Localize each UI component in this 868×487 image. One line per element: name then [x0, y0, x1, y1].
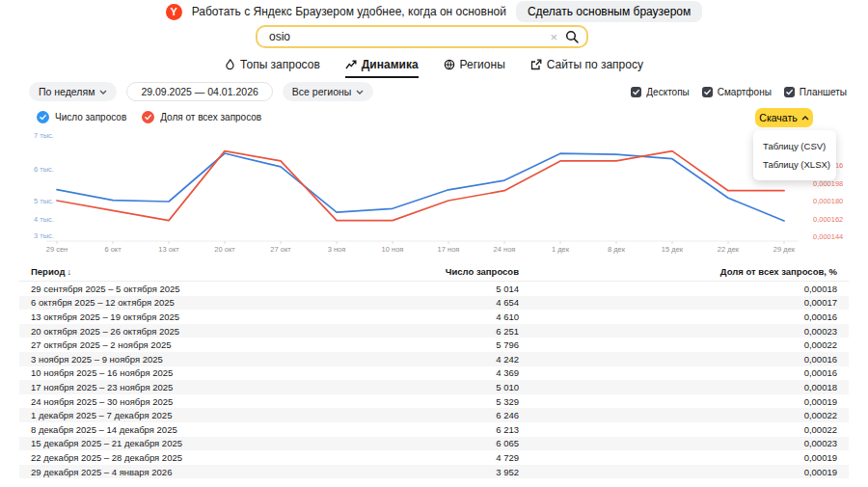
period-cell: 1 декабря 2025 – 7 декабря 2025: [31, 410, 345, 420]
period-cell: 8 декабря 2025 – 14 декабря 2025: [31, 424, 345, 435]
table-row: 22 декабря 2025 – 28 декабря 20254 7290,…: [19, 450, 849, 465]
queries-cell: 4 369: [345, 367, 519, 378]
svg-text:3 ноя: 3 ноя: [328, 245, 346, 254]
external-icon: [530, 59, 542, 70]
download-menu: Таблицу (CSV)Таблицу (XLSX): [753, 130, 836, 180]
device-label: Смартфоны: [718, 87, 772, 97]
svg-text:24 ноя: 24 ноя: [494, 245, 516, 254]
svg-text:13 окт: 13 окт: [158, 245, 179, 254]
legend-queries-toggle[interactable]: Число запросов: [37, 111, 126, 123]
queries-cell: 4 242: [345, 354, 519, 365]
share-cell: 0,00022: [519, 339, 837, 350]
period-cell: 24 ноября 2025 – 30 ноября 2025: [31, 396, 345, 407]
table-row: 3 ноября 2025 – 9 ноября 20254 2420,0001…: [19, 352, 849, 366]
svg-text:17 ноя: 17 ноя: [438, 245, 460, 254]
tab-regions[interactable]: Регионы: [444, 58, 505, 78]
download-menu-item-csv[interactable]: Таблицу (CSV): [753, 137, 836, 155]
region-label: Все регионы: [292, 86, 352, 97]
header-period-label: Период: [31, 266, 65, 277]
chevron-down-icon: [99, 90, 107, 95]
share-cell: 0,00016: [519, 367, 837, 378]
period-cell: 3 ноября 2025 – 9 ноября 2025: [31, 354, 345, 365]
share-cell: 0,00017: [519, 297, 837, 308]
granularity-select[interactable]: По неделям: [29, 82, 117, 101]
clear-search-icon[interactable]: ×: [550, 31, 557, 43]
queries-cell: 5 329: [345, 396, 519, 407]
browser-promo-bar: Y Работать с Яндекс Браузером удобнее, к…: [0, 0, 868, 23]
header-period[interactable]: Период↓: [31, 266, 345, 277]
period-cell: 20 октября 2025 – 26 октября 2025: [31, 326, 345, 337]
svg-text:22 дек: 22 дек: [718, 245, 740, 254]
header-share[interactable]: Доля от всех запросов, %: [519, 266, 837, 277]
period-cell: 15 декабря 2025 – 21 декабря 2025: [31, 438, 345, 448]
yandex-logo-icon: Y: [166, 4, 182, 20]
svg-text:4 тыс.: 4 тыс.: [34, 215, 54, 224]
dynamics-chart: 29 сен6 окт13 окт20 окт27 окт3 ноя10 ноя…: [19, 123, 849, 257]
filter-row: По неделям 29.09.2025 — 04.01.2026 Все р…: [29, 82, 373, 101]
tab-dynamics[interactable]: Динамика: [345, 58, 419, 78]
queries-cell: 6 065: [345, 438, 519, 448]
svg-text:1 дек: 1 дек: [552, 245, 570, 254]
svg-text:0,000144: 0,000144: [813, 232, 843, 241]
svg-text:10 ноя: 10 ноя: [382, 245, 404, 254]
tab-label: Сайты по запросу: [547, 58, 643, 71]
share-cell: 0,00023: [519, 326, 837, 337]
chevron-down-icon: [356, 90, 364, 95]
queries-cell: 5 796: [345, 339, 519, 350]
checkbox-icon: [631, 87, 641, 97]
share-cell: 0,00019: [519, 396, 837, 407]
queries-cell: 4 729: [345, 452, 519, 463]
table-row: 6 октября 2025 – 12 октября 20254 6540,0…: [19, 296, 849, 311]
set-default-browser-button[interactable]: Сделать основным браузером: [516, 1, 702, 22]
legend-label: Доля от всех запросов: [160, 112, 261, 122]
table-body: 29 сентября 2025 – 5 октября 20255 0140,…: [19, 282, 849, 478]
tab-sites[interactable]: Сайты по запросу: [530, 58, 643, 78]
share-cell: 0,00018: [519, 284, 837, 294]
device-filters: ДесктопыСмартфоныПланшеты: [631, 83, 847, 100]
period-cell: 13 октября 2025 – 19 октября 2025: [31, 311, 345, 322]
table-row: 29 сентября 2025 – 5 октября 20255 0140,…: [19, 282, 849, 296]
legend-check-icon: [142, 111, 154, 123]
table-row: 13 октября 2025 – 19 октября 20254 6100,…: [19, 310, 849, 324]
legend-share-toggle[interactable]: Доля от всех запросов: [142, 111, 261, 123]
share-cell: 0,00019: [519, 467, 837, 477]
tab-label: Динамика: [362, 58, 419, 71]
search-input[interactable]: [269, 30, 542, 43]
legend-label: Число запросов: [55, 112, 126, 122]
share-cell: 0,00016: [519, 311, 837, 322]
sort-desc-icon: ↓: [67, 267, 71, 277]
queries-cell: 5 010: [345, 382, 519, 392]
table-row: 20 октября 2025 – 26 октября 20256 2510,…: [19, 324, 849, 338]
checkbox-tablets[interactable]: Планшеты: [784, 87, 847, 97]
table-row: 8 декабря 2025 – 14 декабря 20256 2130,0…: [19, 422, 849, 437]
tab-tops[interactable]: Топы запросов: [225, 58, 320, 78]
svg-text:8 дек: 8 дек: [608, 245, 626, 254]
search-icon[interactable]: [565, 30, 579, 43]
svg-text:7 тыс.: 7 тыс.: [34, 131, 54, 140]
download-menu-item-xlsx[interactable]: Таблицу (XLSX): [753, 155, 836, 174]
svg-text:6 тыс.: 6 тыс.: [34, 165, 54, 174]
svg-text:6 окт: 6 окт: [104, 245, 122, 254]
svg-text:3 тыс.: 3 тыс.: [34, 231, 54, 240]
table-row: 17 ноября 2025 – 23 ноября 20255 0100,00…: [19, 380, 849, 394]
tab-label: Топы запросов: [240, 58, 320, 71]
checkbox-smartphones[interactable]: Смартфоны: [702, 87, 772, 97]
trend-icon: [345, 60, 357, 70]
checkbox-icon: [702, 87, 713, 97]
flame-icon: [225, 59, 235, 70]
header-queries[interactable]: Число запросов: [345, 266, 519, 277]
svg-text:29 сен: 29 сен: [46, 245, 68, 254]
table-row: 1 декабря 2025 – 7 декабря 20256 2460,00…: [19, 408, 849, 422]
queries-cell: 6 246: [345, 410, 519, 420]
period-cell: 22 декабря 2025 – 28 декабря 2025: [31, 452, 345, 463]
browser-promo-text: Работать с Яндекс Браузером удобнее, ког…: [192, 5, 506, 18]
region-select[interactable]: Все регионы: [283, 82, 374, 101]
checkbox-desktops[interactable]: Десктопы: [631, 87, 689, 97]
date-range-picker[interactable]: 29.09.2025 — 04.01.2026: [126, 82, 272, 101]
svg-text:20 окт: 20 окт: [214, 245, 235, 254]
queries-cell: 5 014: [345, 284, 519, 294]
granularity-label: По неделям: [39, 86, 95, 97]
search-box: ×: [256, 25, 588, 48]
download-button[interactable]: Скачать: [755, 108, 813, 127]
share-cell: 0,00023: [519, 438, 837, 448]
